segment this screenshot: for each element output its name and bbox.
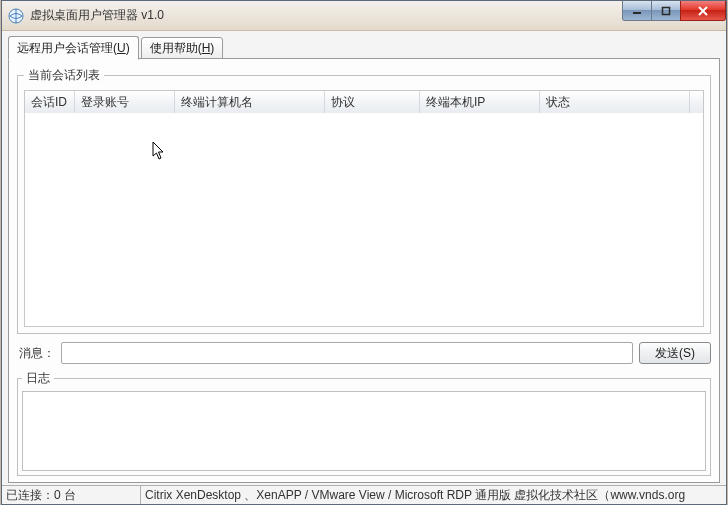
close-button[interactable] xyxy=(680,1,726,21)
log-textarea[interactable] xyxy=(22,391,706,471)
svg-rect-3 xyxy=(663,7,670,14)
table-column-header[interactable]: 终端计算机名 xyxy=(175,91,325,113)
tab-help[interactable]: 使用帮助(H) xyxy=(141,37,224,59)
status-footer: Citrix XenDesktop 、XenAPP / VMware View … xyxy=(141,486,726,504)
maximize-button[interactable] xyxy=(651,1,681,21)
table-column-header[interactable]: 登录账号 xyxy=(75,91,175,113)
tab-remote-sessions[interactable]: 远程用户会话管理(U) xyxy=(8,36,139,60)
log-legend: 日志 xyxy=(22,370,54,387)
minimize-button[interactable] xyxy=(622,1,652,21)
table-column-header[interactable]: 协议 xyxy=(325,91,420,113)
window-controls xyxy=(623,1,726,21)
table-column-header[interactable]: 会话ID xyxy=(25,91,75,113)
svg-rect-2 xyxy=(633,12,641,14)
message-label: 消息： xyxy=(17,345,55,362)
main-window: 虚拟桌面用户管理器 v1.0 远程用户会话管理(U) 使用帮助(H) 当前 xyxy=(1,0,727,505)
titlebar[interactable]: 虚拟桌面用户管理器 v1.0 xyxy=(2,1,726,31)
message-row: 消息： 发送(S) xyxy=(17,342,711,364)
tab-panel-remote: 当前会话列表 会话ID登录账号终端计算机名协议终端本机IP状态 消息： 发送(S… xyxy=(8,58,720,483)
message-input[interactable] xyxy=(61,342,633,364)
session-table[interactable]: 会话ID登录账号终端计算机名协议终端本机IP状态 xyxy=(24,90,704,327)
session-list-group: 当前会话列表 会话ID登录账号终端计算机名协议终端本机IP状态 xyxy=(17,67,711,334)
status-connected: 已连接：0 台 xyxy=(2,486,141,504)
table-body[interactable] xyxy=(25,113,703,326)
tab-strip: 远程用户会话管理(U) 使用帮助(H) xyxy=(8,37,720,59)
table-column-header[interactable]: 终端本机IP xyxy=(420,91,540,113)
table-header: 会话ID登录账号终端计算机名协议终端本机IP状态 xyxy=(25,91,703,114)
table-column-filler xyxy=(690,91,703,113)
window-body: 远程用户会话管理(U) 使用帮助(H) 当前会话列表 会话ID登录账号终端计算机… xyxy=(2,31,726,485)
session-list-legend: 当前会话列表 xyxy=(24,67,104,84)
table-column-header[interactable]: 状态 xyxy=(540,91,690,113)
window-title: 虚拟桌面用户管理器 v1.0 xyxy=(30,7,164,24)
app-icon xyxy=(8,8,24,24)
send-button[interactable]: 发送(S) xyxy=(639,342,711,364)
log-group: 日志 xyxy=(17,370,711,476)
status-bar: 已连接：0 台 Citrix XenDesktop 、XenAPP / VMwa… xyxy=(2,485,726,504)
